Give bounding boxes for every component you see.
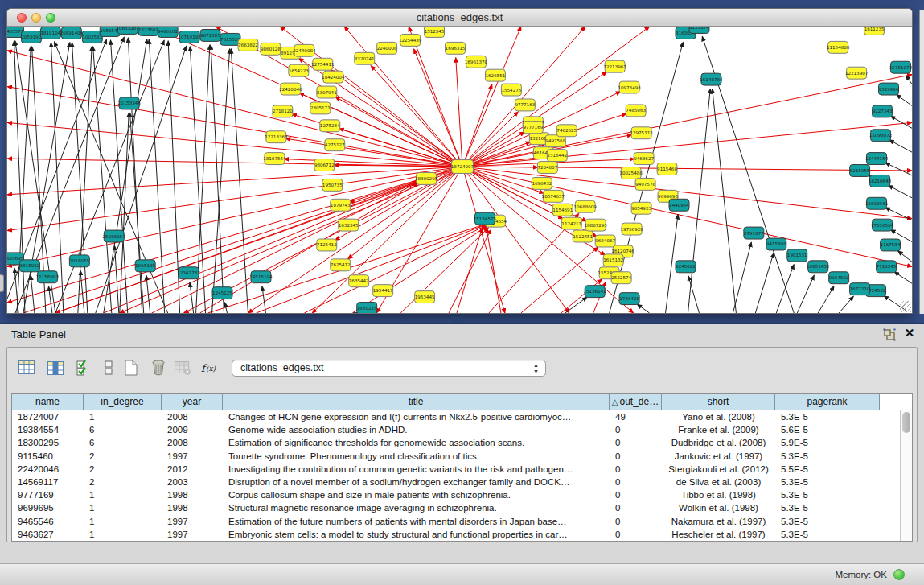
- network-node[interactable]: 1905135: [135, 260, 155, 272]
- network-node[interactable]: 2522574: [611, 272, 631, 284]
- network-node[interactable]: 1733426: [619, 293, 639, 305]
- network-node[interactable]: 10973493: [618, 81, 641, 93]
- network-node[interactable]: 1079743: [331, 199, 351, 211]
- network-node[interactable]: 1154691: [552, 204, 573, 216]
- column-header-in_degree[interactable]: in_degree: [84, 394, 162, 410]
- network-node[interactable]: 16961370: [465, 56, 488, 68]
- network-node[interactable]: 7485063: [626, 105, 646, 117]
- network-node[interactable]: 1901531: [787, 249, 807, 262]
- network-node[interactable]: 1677210: [850, 283, 870, 295]
- network-node[interactable]: 1654223: [289, 64, 309, 76]
- column-header-short[interactable]: short: [662, 394, 775, 410]
- network-node[interactable]: 7625412: [331, 259, 351, 271]
- network-node[interactable]: 20891406: [60, 27, 84, 39]
- network-node[interactable]: 16951452: [807, 261, 829, 273]
- network-node[interactable]: 9115460: [657, 163, 677, 175]
- network-node[interactable]: 10719195: [178, 31, 201, 43]
- vertical-scrollbar[interactable]: [900, 410, 912, 541]
- network-node[interactable]: 9860128: [261, 43, 281, 55]
- network-node[interactable]: 7204007: [537, 162, 557, 174]
- network-node[interactable]: 1954417: [373, 285, 393, 297]
- network-node[interactable]: 7635442: [349, 275, 369, 287]
- network-node[interactable]: 12093872: [869, 130, 892, 142]
- table-settings-icon[interactable]: [16, 357, 37, 378]
- network-node[interactable]: 10688609: [574, 200, 598, 212]
- network-window-titlebar[interactable]: citations_edges.txt: [7, 9, 912, 27]
- table-row[interactable]: 1872400712008Changes of HCN gene express…: [12, 410, 912, 423]
- network-node[interactable]: 8123074: [689, 27, 709, 33]
- new-column-icon[interactable]: [121, 357, 142, 378]
- network-node[interactable]: 12213363: [265, 131, 288, 143]
- table-row[interactable]: 1456911722003Disruption of a novel membe…: [12, 476, 912, 488]
- network-node[interactable]: 1512345: [425, 27, 445, 37]
- network-node[interactable]: 12975115: [630, 127, 653, 139]
- table-row[interactable]: 969969511998Structural magnetic resonanc…: [12, 501, 912, 514]
- table-row[interactable]: 1830029562008Estimation of significance …: [12, 436, 912, 449]
- network-node[interactable]: 15134575: [474, 212, 497, 225]
- network-node[interactable]: 9684067: [595, 235, 615, 247]
- network-node[interactable]: 16148784: [700, 73, 723, 85]
- network-node[interactable]: 1611235: [864, 27, 885, 35]
- network-node[interactable]: 10574637: [542, 190, 565, 202]
- network-node[interactable]: 15692931: [865, 197, 889, 209]
- network-node[interactable]: 1626551: [485, 69, 505, 81]
- network-node[interactable]: 18807293: [585, 219, 608, 231]
- network-node[interactable]: 1819104: [40, 27, 60, 39]
- network-node[interactable]: 2059190: [21, 31, 41, 43]
- network-node[interactable]: 7663822: [238, 39, 258, 51]
- network-node[interactable]: 14515104: [249, 271, 273, 283]
- network-node[interactable]: 12254439: [399, 34, 422, 46]
- close-panel-icon[interactable]: ✕: [902, 326, 917, 340]
- network-node[interactable]: 17016504: [871, 219, 894, 231]
- network-node[interactable]: 1696432: [532, 177, 552, 189]
- network-node[interactable]: 15136141: [584, 286, 607, 298]
- network-node[interactable]: 10025488: [619, 167, 643, 179]
- network-node[interactable]: 9654923: [631, 202, 651, 214]
- network-node[interactable]: 1167534: [881, 239, 901, 251]
- table-row[interactable]: 946554611997Estimation of the future num…: [12, 515, 912, 528]
- network-node[interactable]: 9671385: [200, 29, 220, 41]
- network-node[interactable]: 9924502: [829, 272, 849, 284]
- network-node[interactable]: 15751074: [889, 61, 912, 73]
- column-header-year[interactable]: year: [162, 394, 223, 410]
- column-header-out_de[interactable]: △out_de…: [610, 394, 662, 410]
- network-node[interactable]: 2016055: [69, 255, 89, 267]
- network-node[interactable]: 19756928: [620, 223, 643, 235]
- network-node[interactable]: 1440954: [669, 199, 689, 211]
- network-node[interactable]: 1275234: [320, 120, 340, 132]
- network-node[interactable]: 9466161: [158, 27, 178, 37]
- network-node[interactable]: 1615132: [603, 254, 623, 266]
- network-node[interactable]: 1953445: [415, 291, 435, 303]
- network-node[interactable]: 9329966: [879, 83, 899, 95]
- function-builder-icon[interactable]: f(x): [199, 357, 220, 378]
- network-window[interactable]: citations_edges.txt 18724007183002951938…: [6, 8, 913, 314]
- network-node[interactable]: 7710345: [877, 261, 897, 273]
- table-mode-icon[interactable]: [98, 357, 119, 378]
- network-node[interactable]: 9306712: [314, 159, 335, 171]
- network-canvas[interactable]: 1872400718300295193845541614878414055712…: [7, 27, 912, 313]
- network-node[interactable]: 12444154: [865, 153, 889, 165]
- network-node[interactable]: 20153346: [118, 97, 142, 109]
- network-node[interactable]: 18107554: [263, 153, 286, 165]
- network-node[interactable]: 7125412: [317, 239, 337, 251]
- network-node[interactable]: 25266957: [103, 230, 126, 242]
- table-row[interactable]: 1938455462009Genome-wide association stu…: [12, 423, 912, 436]
- scrollbar-thumb[interactable]: [902, 412, 910, 433]
- table-selector-dropdown[interactable]: citations_edges.txt ▲▼: [232, 360, 546, 377]
- table-row[interactable]: 911546021997Tourette syndrome. Phenomeno…: [12, 450, 912, 463]
- float-window-icon[interactable]: [882, 328, 897, 342]
- select-all-columns-icon[interactable]: [73, 357, 94, 378]
- network-node[interactable]: 12213967: [603, 60, 626, 72]
- table-row[interactable]: 977716911998Corpus callosum shape and si…: [12, 488, 912, 501]
- window-resize-grip[interactable]: [900, 301, 911, 312]
- network-node[interactable]: 2316442: [547, 150, 567, 162]
- citation-network-graph[interactable]: 1872400718300295193845541614878414055712…: [7, 27, 912, 313]
- network-node[interactable]: 9777163: [515, 99, 535, 111]
- network-node[interactable]: 10653287: [117, 27, 140, 34]
- network-node[interactable]: 9245022: [676, 261, 696, 273]
- network-node[interactable]: 1632345: [339, 219, 359, 231]
- network-node[interactable]: 18424004: [322, 71, 345, 83]
- network-node[interactable]: 16210643: [869, 175, 892, 187]
- network-node[interactable]: 1522451: [573, 230, 593, 242]
- network-node[interactable]: 6791977: [744, 227, 764, 239]
